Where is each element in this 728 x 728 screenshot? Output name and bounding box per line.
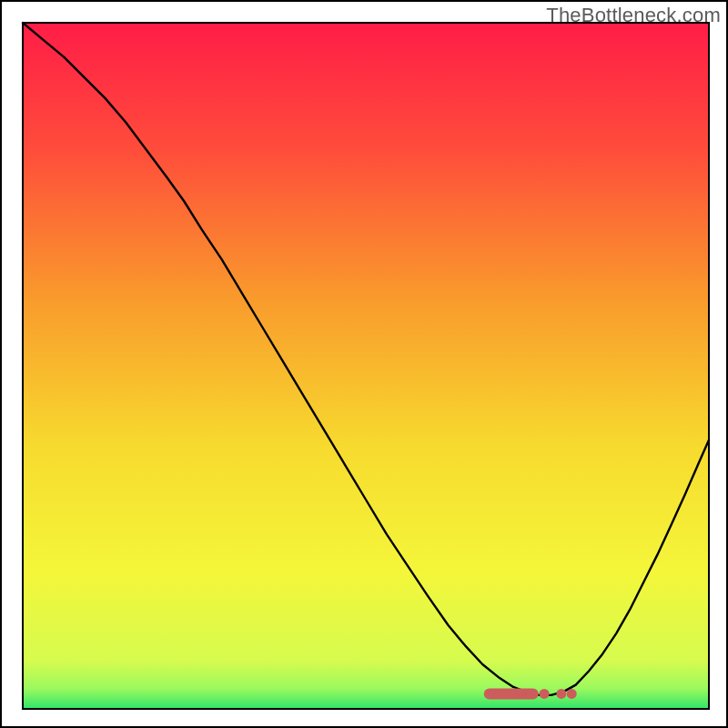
optimal-zone-dot bbox=[540, 689, 550, 699]
optimal-zone-dot bbox=[567, 689, 577, 699]
optimal-zone-dot bbox=[556, 689, 566, 699]
optimal-zone-dot bbox=[515, 689, 525, 699]
optimal-zone-dot bbox=[525, 689, 535, 699]
watermark-text: TheBottleneck.com bbox=[546, 4, 721, 27]
chart-background bbox=[23, 23, 709, 709]
